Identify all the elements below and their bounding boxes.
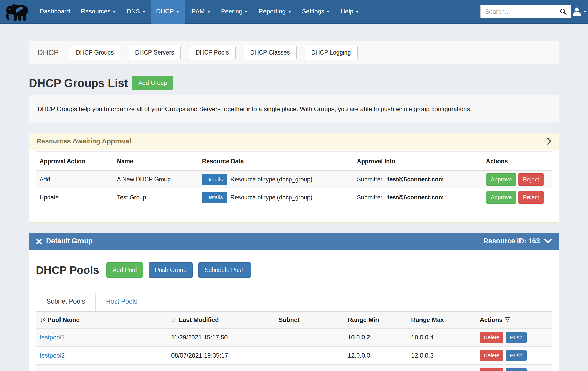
subnav-tab-button[interactable]: DHCP Pools [189, 45, 236, 60]
mammoth-logo-icon [4, 2, 30, 22]
nav-item-label: DNS [127, 8, 140, 15]
approve-button[interactable]: Approve [486, 191, 517, 204]
col-resource-data: Resource Data [199, 151, 353, 171]
push-group-button[interactable]: Push Group [149, 262, 193, 278]
nav-item[interactable]: Settings [297, 0, 335, 24]
subnav-tab-button[interactable]: DHCP Classes [244, 45, 297, 60]
resource-type-text: Resource of type (dhcp_group) [230, 176, 312, 183]
pool-tab[interactable]: Host Pools [96, 292, 148, 311]
nav-item-label: Resources [81, 8, 110, 15]
pool-range-min-cell [344, 365, 408, 371]
nav-item[interactable]: DNS [121, 0, 151, 24]
nav-item-label: Reporting [259, 8, 285, 15]
group-title: Default Group [46, 237, 93, 245]
group-panel-header: Default Group Resource ID: 163 [29, 233, 559, 250]
nav-item[interactable]: IPAM [185, 0, 216, 24]
caret-down-icon [113, 11, 116, 13]
nav-item[interactable]: Help [335, 0, 364, 24]
sort-updown-icon[interactable]: ↓↑ [171, 316, 176, 324]
chevron-right-icon[interactable] [547, 137, 552, 145]
user-menu[interactable] [572, 7, 586, 16]
subnav-tab-button[interactable]: DHCP Logging [305, 45, 358, 60]
person-icon [572, 7, 582, 16]
add-pool-button[interactable]: Add Pool [106, 262, 143, 278]
pool-tab[interactable]: Subnet Pools [36, 292, 96, 311]
details-button[interactable]: Details [202, 192, 227, 203]
submitter-label: Submitter : [357, 176, 386, 183]
col-pool-name[interactable]: Pool Name [47, 316, 79, 323]
approval-panel-header[interactable]: Resources Awaiting Approval [29, 133, 559, 150]
pool-subnet-cell [275, 365, 344, 371]
approve-button[interactable]: Approve [486, 173, 517, 186]
approval-table: Approval Action Name Resource Data Appro… [36, 151, 552, 206]
caret-down-icon [142, 11, 145, 13]
approval-action-cell: Add [36, 170, 113, 188]
col-last-modified[interactable]: Last Modified [179, 316, 219, 323]
nav-item-label: Dashboard [40, 8, 70, 15]
push-button[interactable]: Push [506, 368, 527, 371]
col-range-max: Range Max [408, 311, 476, 328]
reject-button[interactable]: Reject [518, 173, 544, 186]
approval-panel: Resources Awaiting Approval Approval Act… [29, 133, 559, 223]
subnav-tab-button[interactable]: DHCP Servers [129, 45, 181, 60]
sort-alpha-icon[interactable]: ↓AZ [40, 316, 45, 323]
submitter-email: test@6connect.com [387, 176, 444, 183]
group-panel-body: DHCP Pools Add Pool Push Group Schedule … [29, 250, 559, 371]
search-icon [560, 8, 567, 15]
search-group [480, 5, 571, 18]
details-button[interactable]: Details [202, 174, 227, 185]
pool-range-max-cell: 12.0.0.3 [408, 346, 476, 365]
pool-modified-cell [168, 365, 275, 371]
nav-item[interactable]: Dashboard [34, 0, 75, 24]
subnav-label: DHCP [37, 48, 59, 57]
nav-item-label: IPAM [190, 8, 205, 15]
pool-subnet-cell [275, 328, 344, 346]
pool-range-min-cell: 12.0.0.0 [344, 346, 408, 365]
search-input[interactable] [481, 5, 555, 18]
pool-name-link[interactable]: testpool2 [40, 352, 65, 359]
reject-button[interactable]: Reject [518, 191, 544, 204]
col-approval-info: Approval Info [353, 151, 483, 171]
default-group-panel: Default Group Resource ID: 163 DHCP Pool… [29, 233, 559, 371]
brand-logo[interactable] [4, 0, 31, 24]
close-icon[interactable] [36, 238, 42, 244]
caret-down-icon [176, 11, 179, 13]
submitter-label: Submitter : [357, 194, 386, 201]
push-button[interactable]: Push [506, 350, 527, 361]
approval-name-cell: Test Group [113, 188, 198, 206]
chevron-down-icon[interactable] [544, 239, 552, 244]
nav-item[interactable]: Peering [216, 0, 253, 24]
pool-subnet-cell [275, 346, 344, 365]
resource-type-text: Resource of type (dhcp_group) [230, 194, 312, 201]
search-button[interactable] [555, 5, 571, 18]
delete-button[interactable]: Delete [480, 332, 503, 343]
approval-row: Add A New DHCP Group Details Resource of… [36, 170, 552, 188]
pool-range-max-cell [408, 365, 476, 371]
pools-heading-row: DHCP Pools Add Pool Push Group Schedule … [36, 262, 552, 278]
pool-name-link[interactable]: testpool1 [40, 334, 65, 341]
col-actions: Actions [480, 316, 503, 323]
nav-item-label: Settings [302, 8, 325, 15]
approval-panel-body: Approval Action Name Resource Data Appro… [29, 150, 559, 222]
push-button[interactable]: Push [506, 332, 527, 343]
nav-item[interactable]: Resources [75, 0, 121, 24]
nav-item[interactable]: DHCP [151, 0, 185, 24]
pool-range-max-cell: 10.0.0.4 [408, 328, 476, 346]
pool-table-header-row: ↓AZ Pool Name ↓↑ Last Modified Subnet Ra… [36, 311, 552, 328]
description-text: DHCP Groups help you to organize all of … [37, 105, 472, 112]
caret-down-icon [583, 11, 586, 13]
caret-down-icon [288, 11, 291, 13]
delete-button[interactable]: Delete [480, 368, 503, 371]
add-group-button[interactable]: Add Group [132, 76, 173, 90]
col-subnet: Subnet [275, 311, 344, 328]
pool-range-min-cell: 10.0.0.2 [344, 328, 408, 346]
subnav-tab-button[interactable]: DHCP Groups [69, 45, 120, 60]
col-name: Name [113, 151, 198, 171]
nav-item[interactable]: Reporting [253, 0, 296, 24]
delete-button[interactable]: Delete [480, 350, 503, 361]
page-heading-row: DHCP Groups List Add Group [29, 76, 559, 90]
dhcp-subnav: DHCP DHCP Groups DHCP Servers DHCP Pools… [29, 41, 559, 64]
schedule-push-button[interactable]: Schedule Push [198, 262, 251, 278]
caret-down-icon [207, 11, 210, 13]
filter-icon[interactable] [505, 317, 510, 323]
